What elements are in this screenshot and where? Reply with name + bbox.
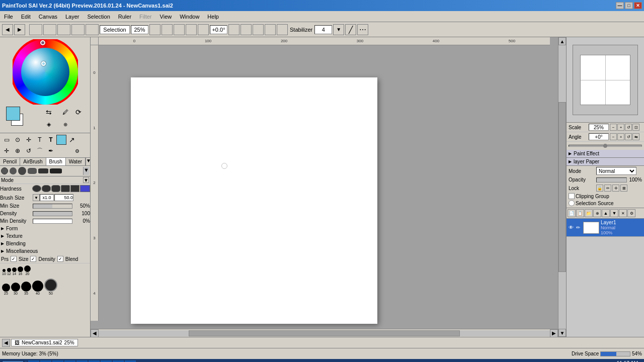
- tool-pen2[interactable]: ✒: [45, 145, 56, 156]
- layer-up-btn[interactable]: ▲: [602, 209, 610, 217]
- menu-window[interactable]: Window: [176, 13, 203, 21]
- preset-brush-6[interactable]: [50, 168, 62, 173]
- toolbar-btn-1[interactable]: [29, 24, 42, 35]
- blend-checkbox[interactable]: ✓: [57, 256, 63, 262]
- menu-help[interactable]: Help: [203, 13, 223, 21]
- lock-btn-4[interactable]: ⊠: [620, 185, 627, 192]
- toolbar-btn-5[interactable]: [86, 24, 99, 35]
- foreground-color[interactable]: [6, 107, 20, 121]
- hardness-4[interactable]: [61, 185, 70, 192]
- preset-10[interactable]: 10: [2, 269, 6, 276]
- scroll-right-btn[interactable]: ▶: [550, 329, 558, 337]
- size-checkbox[interactable]: ✓: [11, 256, 17, 262]
- color-inner[interactable]: [21, 48, 69, 96]
- hardness-5[interactable]: [70, 185, 79, 192]
- scale-decrease[interactable]: −: [610, 124, 617, 131]
- toolbar-btn-13[interactable]: [253, 24, 264, 35]
- preset-16[interactable]: 16: [18, 266, 23, 276]
- brush-scroll[interactable]: ▼: [86, 158, 91, 165]
- toolbar-btn-2[interactable]: [43, 24, 56, 35]
- layer-mode-select[interactable]: Normal Multiply Screen Overlay: [596, 167, 636, 175]
- toolbar-nav-left[interactable]: ◀: [2, 24, 13, 35]
- minimize-button[interactable]: —: [616, 2, 624, 9]
- selection-source-radio[interactable]: [569, 200, 575, 206]
- toolbar-btn-6[interactable]: [149, 24, 160, 35]
- angle-input-right[interactable]: [589, 133, 609, 140]
- h-scroll-thumb[interactable]: [189, 330, 459, 336]
- scroll-down-btn[interactable]: ▼: [558, 329, 566, 337]
- angle-flip[interactable]: ⇆: [632, 133, 639, 140]
- preset-brush-4[interactable]: [28, 168, 37, 174]
- layer-merge-btn[interactable]: ⊕: [593, 209, 601, 217]
- scale-fit[interactable]: ⊡: [632, 124, 639, 131]
- tool-something[interactable]: ↗: [66, 134, 77, 145]
- preset-brush-5[interactable]: [38, 168, 48, 173]
- form-section[interactable]: ▶ Form: [0, 225, 90, 232]
- layer-down-btn[interactable]: ▼: [610, 209, 618, 217]
- tool-move[interactable]: ✛: [23, 134, 34, 145]
- scroll-left-btn[interactable]: ◀: [91, 329, 99, 337]
- density-slider[interactable]: [33, 211, 72, 216]
- mode-scroll[interactable]: ▼: [83, 177, 89, 183]
- stabilizer-expand[interactable]: ▼: [333, 24, 344, 35]
- menu-layer[interactable]: Layer: [61, 13, 84, 21]
- tab-water[interactable]: Water: [66, 158, 86, 165]
- tab-pencil[interactable]: Pencil: [0, 158, 20, 165]
- tool-curve[interactable]: ⌒: [34, 145, 45, 156]
- tool-lasso[interactable]: ⊙: [12, 134, 23, 145]
- lock-btn-3[interactable]: ✛: [612, 185, 619, 192]
- color-wheel-container[interactable]: [13, 39, 78, 105]
- layer-group-btn[interactable]: 📁: [585, 209, 593, 217]
- preset-12[interactable]: 12: [7, 268, 11, 276]
- angle-input[interactable]: [210, 25, 227, 34]
- scale-input[interactable]: [589, 124, 609, 131]
- menu-filter[interactable]: Filter: [135, 13, 155, 21]
- preset-50[interactable]: 50: [44, 279, 57, 295]
- preset-35[interactable]: 35: [21, 282, 31, 295]
- toolbar-btn-9[interactable]: [186, 24, 197, 35]
- toolbar-btn-8[interactable]: [174, 24, 185, 35]
- dropper-tool[interactable]: 🖉: [60, 107, 71, 118]
- preset-30[interactable]: 30: [11, 283, 20, 295]
- angle-slider[interactable]: [569, 145, 642, 147]
- tool-rotate[interactable]: ↺: [23, 145, 34, 156]
- min-size-slider[interactable]: [33, 204, 72, 209]
- layer-new-btn[interactable]: 📄: [568, 209, 576, 217]
- menu-ruler[interactable]: Ruler: [114, 13, 135, 21]
- preset-40[interactable]: 40: [32, 281, 43, 295]
- angle-slider-thumb[interactable]: [603, 144, 607, 148]
- toolbar-brush-1[interactable]: ╱: [345, 24, 356, 35]
- window-controls[interactable]: — □ ✕: [616, 2, 642, 9]
- layer-item-1[interactable]: 👁 ✏ Layer1 Normal 100%: [567, 219, 644, 237]
- preset-brush-2[interactable]: [10, 167, 17, 174]
- toolbar-btn-10[interactable]: [198, 24, 209, 35]
- canvas-area[interactable]: 0100200300400500 01234: [91, 37, 558, 329]
- preset-14[interactable]: 14: [12, 267, 17, 276]
- zoom-tool[interactable]: ⊕: [60, 119, 71, 130]
- layer-copy-btn[interactable]: 📋: [576, 209, 584, 217]
- toolbar-brush-2[interactable]: ⋯: [357, 24, 368, 35]
- layer-extra-btn[interactable]: ⚙: [627, 209, 635, 217]
- h-scroll-track[interactable]: [99, 330, 550, 336]
- color-mode-btn[interactable]: ◈: [43, 119, 54, 130]
- tool-text[interactable]: T: [45, 134, 56, 145]
- v-scroll-thumb[interactable]: [558, 102, 566, 272]
- scale-reset[interactable]: ↺: [625, 124, 632, 131]
- hardness-color[interactable]: [80, 185, 90, 192]
- tab-scroll-left[interactable]: ◀: [2, 339, 10, 347]
- preset-brush-1[interactable]: [1, 167, 8, 174]
- clipping-group-checkbox[interactable]: [569, 193, 575, 199]
- preset-25[interactable]: 25: [2, 284, 10, 295]
- layer-paper-header[interactable]: ▶ layer Paper: [567, 158, 644, 165]
- min-density-slider[interactable]: [33, 219, 72, 224]
- angle-decrease[interactable]: −: [610, 133, 617, 140]
- v-scroll-track[interactable]: [558, 45, 566, 329]
- scale-increase[interactable]: +: [617, 124, 624, 131]
- tool-magnify[interactable]: ⊕: [12, 145, 23, 156]
- brush-size-value[interactable]: [54, 194, 73, 201]
- toolbar-btn-12[interactable]: [240, 24, 252, 35]
- maximize-button[interactable]: □: [625, 2, 633, 9]
- tab-brush[interactable]: Brush: [46, 158, 66, 165]
- tool-color-pick[interactable]: [56, 135, 66, 145]
- angle-reset[interactable]: ↺: [625, 133, 632, 140]
